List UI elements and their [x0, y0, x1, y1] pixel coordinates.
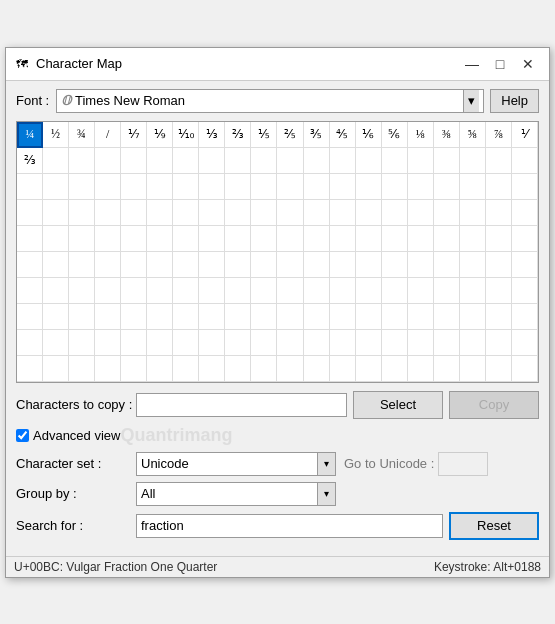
char-cell[interactable]	[225, 304, 251, 330]
char-cell[interactable]	[225, 356, 251, 382]
char-cell[interactable]: ⅖	[277, 122, 303, 148]
char-cell[interactable]	[408, 148, 434, 174]
char-cell[interactable]: ⅕	[251, 122, 277, 148]
char-cell[interactable]	[277, 174, 303, 200]
char-cell[interactable]	[512, 200, 538, 226]
char-cell[interactable]	[173, 252, 199, 278]
char-cell[interactable]	[69, 226, 95, 252]
char-cell[interactable]	[43, 252, 69, 278]
char-cell[interactable]	[356, 252, 382, 278]
char-cell[interactable]	[69, 304, 95, 330]
char-cell[interactable]	[121, 174, 147, 200]
char-cell[interactable]	[147, 356, 173, 382]
char-cell[interactable]	[512, 226, 538, 252]
char-cell[interactable]	[434, 226, 460, 252]
char-cell[interactable]	[330, 278, 356, 304]
char-cell[interactable]	[408, 304, 434, 330]
char-cell[interactable]	[382, 174, 408, 200]
char-cell[interactable]	[382, 278, 408, 304]
char-cell[interactable]	[330, 330, 356, 356]
char-cell[interactable]	[225, 148, 251, 174]
char-cell[interactable]	[330, 252, 356, 278]
char-cell[interactable]	[69, 252, 95, 278]
char-cell[interactable]	[147, 304, 173, 330]
char-cell[interactable]: ⅔	[17, 148, 43, 174]
char-cell[interactable]	[460, 226, 486, 252]
char-cell[interactable]	[304, 174, 330, 200]
close-button[interactable]: ✕	[515, 54, 541, 74]
char-cell[interactable]	[434, 148, 460, 174]
char-cell[interactable]	[147, 148, 173, 174]
char-cell[interactable]	[173, 304, 199, 330]
char-cell[interactable]	[486, 330, 512, 356]
char-cell[interactable]	[43, 174, 69, 200]
char-cell[interactable]	[356, 304, 382, 330]
char-cell[interactable]	[199, 174, 225, 200]
char-cell[interactable]	[277, 148, 303, 174]
char-cell[interactable]	[304, 226, 330, 252]
char-cell[interactable]: ⅜	[434, 122, 460, 148]
char-cell[interactable]	[460, 148, 486, 174]
char-cell[interactable]	[225, 200, 251, 226]
char-cell[interactable]	[382, 252, 408, 278]
char-cell[interactable]	[17, 304, 43, 330]
char-cell[interactable]	[512, 252, 538, 278]
char-cell[interactable]	[434, 356, 460, 382]
char-cell[interactable]	[277, 330, 303, 356]
char-cell[interactable]	[330, 226, 356, 252]
char-cell[interactable]	[147, 200, 173, 226]
char-cell[interactable]	[95, 356, 121, 382]
char-cell[interactable]	[17, 200, 43, 226]
char-cell[interactable]	[17, 330, 43, 356]
char-cell[interactable]	[43, 226, 69, 252]
character-set-dropdown[interactable]: Unicode ▾	[136, 452, 336, 476]
char-cell[interactable]	[95, 148, 121, 174]
char-cell[interactable]	[330, 304, 356, 330]
char-cell[interactable]	[434, 174, 460, 200]
char-cell[interactable]: ¼	[17, 122, 43, 148]
char-cell[interactable]	[460, 278, 486, 304]
char-cell[interactable]	[512, 148, 538, 174]
char-cell[interactable]	[330, 200, 356, 226]
char-cell[interactable]	[173, 330, 199, 356]
char-cell[interactable]	[486, 278, 512, 304]
char-cell[interactable]: ⅓	[199, 122, 225, 148]
char-cell[interactable]	[356, 226, 382, 252]
char-cell[interactable]: ¾	[69, 122, 95, 148]
char-cell[interactable]	[382, 304, 408, 330]
char-cell[interactable]: /	[95, 122, 121, 148]
char-cell[interactable]: ⅘	[330, 122, 356, 148]
char-cell[interactable]	[69, 148, 95, 174]
char-cell[interactable]	[382, 356, 408, 382]
char-cell[interactable]	[356, 174, 382, 200]
char-cell[interactable]	[486, 148, 512, 174]
char-cell[interactable]	[95, 252, 121, 278]
char-cell[interactable]	[199, 356, 225, 382]
char-cell[interactable]	[408, 252, 434, 278]
char-cell[interactable]	[43, 304, 69, 330]
char-cell[interactable]: ⅚	[382, 122, 408, 148]
char-cell[interactable]	[95, 200, 121, 226]
char-cell[interactable]	[173, 200, 199, 226]
char-cell[interactable]	[199, 278, 225, 304]
char-cell[interactable]	[225, 174, 251, 200]
char-cell[interactable]	[225, 226, 251, 252]
maximize-button[interactable]: □	[487, 54, 513, 74]
char-cell[interactable]	[121, 252, 147, 278]
char-cell[interactable]	[199, 148, 225, 174]
char-cell[interactable]	[251, 304, 277, 330]
char-cell[interactable]	[121, 304, 147, 330]
char-cell[interactable]	[199, 252, 225, 278]
char-cell[interactable]	[173, 226, 199, 252]
char-cell[interactable]	[382, 200, 408, 226]
char-cell[interactable]: ⅗	[304, 122, 330, 148]
char-cell[interactable]	[173, 148, 199, 174]
char-cell[interactable]	[408, 200, 434, 226]
char-cell[interactable]	[356, 356, 382, 382]
char-cell[interactable]	[121, 226, 147, 252]
char-cell[interactable]	[512, 174, 538, 200]
char-cell[interactable]	[356, 278, 382, 304]
char-cell[interactable]	[121, 356, 147, 382]
char-cell[interactable]	[69, 200, 95, 226]
char-cell[interactable]	[95, 304, 121, 330]
